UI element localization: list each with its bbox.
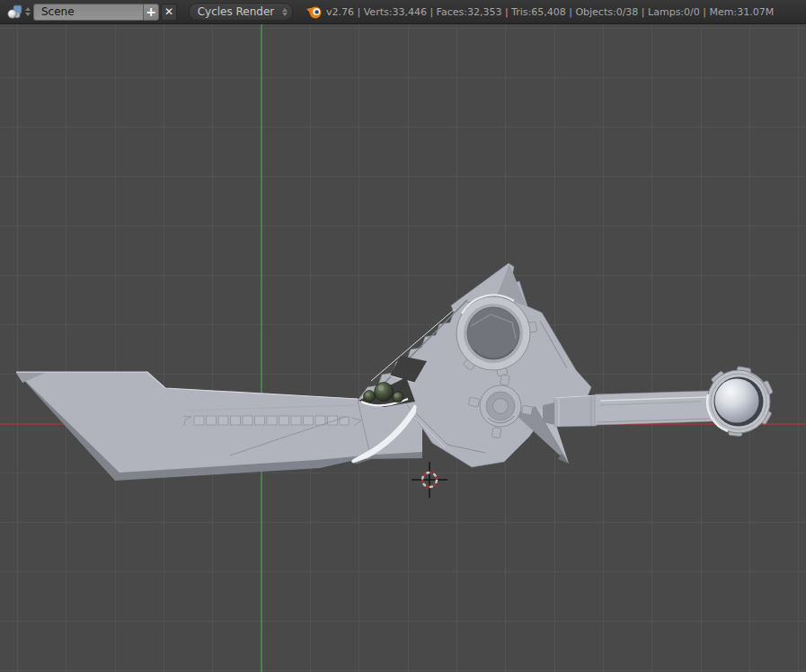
pommel xyxy=(707,367,773,437)
scene-name-field[interactable]: Scene xyxy=(33,4,143,21)
render-engine-select[interactable]: Cycles Render xyxy=(189,3,293,21)
scene-datablock-widget: Scene + ✕ xyxy=(5,3,177,21)
blender-logo-icon xyxy=(304,3,323,22)
select-updown-icon xyxy=(282,8,288,16)
viewport-3d[interactable] xyxy=(0,24,806,672)
add-scene-button[interactable]: + xyxy=(143,4,159,21)
render-engine-value: Cycles Render xyxy=(190,4,282,20)
model-sword[interactable] xyxy=(16,263,773,481)
scene-icon xyxy=(5,3,23,21)
viewport-canvas xyxy=(0,24,806,672)
cursor-3d[interactable] xyxy=(412,462,447,498)
scene-statistics: v2.76 | Verts:33,446 | Faces:32,353 | Tr… xyxy=(326,0,774,24)
unlink-scene-button[interactable]: ✕ xyxy=(161,4,177,21)
info-header-bar: Scene + ✕ Cycles Render v2.76 | Verts:33… xyxy=(0,0,806,24)
browse-scene-arrows-icon[interactable] xyxy=(23,4,31,19)
